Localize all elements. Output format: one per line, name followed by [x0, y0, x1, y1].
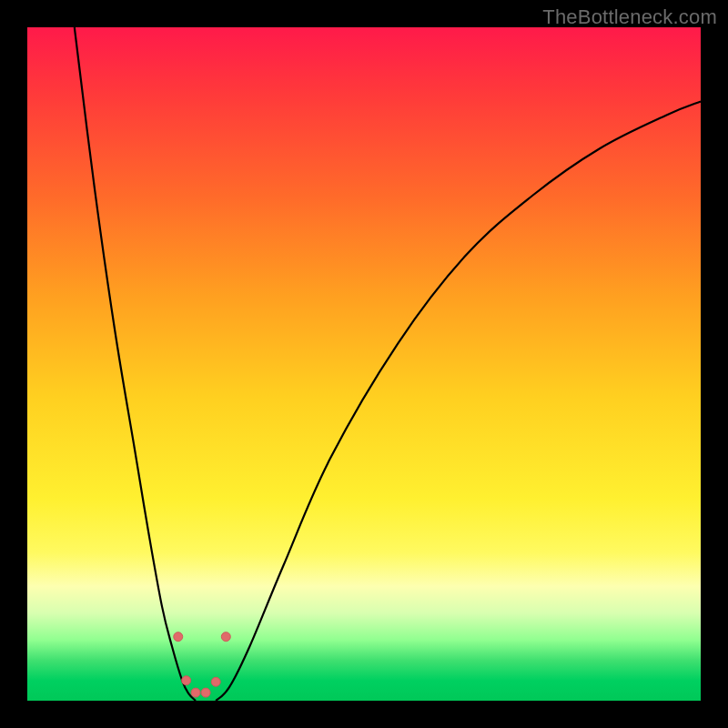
curve-left-curve — [75, 27, 196, 701]
curve-right-curve — [216, 101, 701, 701]
chart-svg — [27, 27, 701, 701]
bottleneck-chart: TheBottleneck.com — [0, 0, 728, 728]
data-marker — [201, 688, 210, 697]
data-marker — [191, 688, 200, 697]
plot-area — [27, 27, 701, 701]
data-marker — [211, 677, 220, 686]
marker-group — [174, 632, 231, 697]
curve-group — [75, 27, 701, 701]
watermark-text: TheBottleneck.com — [542, 5, 717, 29]
data-marker — [221, 632, 230, 642]
data-marker — [174, 632, 183, 642]
data-marker — [182, 676, 191, 685]
